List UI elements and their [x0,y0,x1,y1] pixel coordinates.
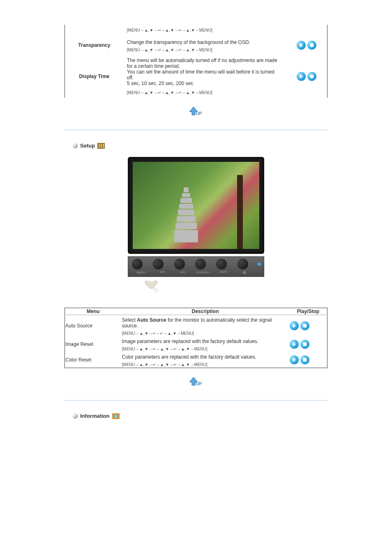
setup-table: Menu Description Play/Stop Auto Source S… [65,308,327,368]
monitor-screen [133,162,259,249]
play-icon[interactable] [290,355,299,364]
section-title: Setup [80,143,95,149]
panel-button-up[interactable] [174,258,185,270]
svg-text:UP: UP [196,111,202,116]
button-panel: MENU/⏎ ◄/▼ ▲/► SOURCE/⏎ AUTO ⏻ [128,256,264,277]
svg-text:UP: UP [196,382,202,386]
bullet-icon [73,143,78,148]
play-icon[interactable] [297,41,306,50]
stop-icon[interactable] [300,321,309,330]
row-desc-2: You can set the amount of time the menu … [127,69,283,81]
monitor-bezel [128,157,264,254]
menu-path: [MENU→▲,▼→↵→▲,▼→↵→▲,▼→MENU] [127,28,212,32]
col-menu: Menu [65,308,122,315]
stop-icon[interactable] [307,72,316,81]
row-label: Auto Source [65,315,122,337]
menu-path: [MENU→▲,▼→↵→▲,▼→↵→▲,▼→MENU] [122,362,208,367]
panel-button-source[interactable] [195,258,206,270]
panel-button-auto[interactable] [216,258,227,270]
play-icon[interactable] [290,321,299,330]
led-icon [258,263,261,265]
svg-rect-5 [103,144,104,148]
osd-table-top: [MENU→▲,▼→↵→▲,▼→↵→▲,▼→MENU] Transparency… [65,25,327,98]
up-icon[interactable]: UP [188,376,204,388]
col-playstop: Play/Stop [289,308,327,315]
divider [65,400,327,401]
row-desc-3: 5 sec, 10 sec, 20 sec, 200 sec [127,81,283,86]
row-desc: Color parameters are replaced with the f… [122,354,289,360]
menu-path: [MENU→▲,▼→↵→▲,▼→↵→▲,▼→MENU] [127,48,212,52]
bullet-icon [73,414,78,419]
monitor-illustration: MENU/⏎ ◄/▼ ▲/► SOURCE/⏎ AUTO ⏻ [128,157,264,295]
table-row-transparency: Transparency Change the transparency of … [65,35,327,55]
row-label: Color Reset [65,352,122,368]
section-header-information: Information i [40,413,352,419]
panel-button-menu[interactable] [131,258,143,270]
svg-rect-4 [101,144,102,148]
setup-icon [97,143,105,149]
table-row: [MENU→▲,▼→↵→▲,▼→↵→▲,▼→MENU] [65,25,327,35]
menu-path: [MENU→▲,▼→↵→↵→▲,▼→MENU] [122,331,194,336]
menu-path: [MENU→▲,▼→↵→▲,▼→↵→▲,▼→MENU] [127,90,212,95]
divider [65,130,327,130]
stop-icon[interactable] [307,41,316,50]
table-row-display-time: Display Time The menu will be automatica… [65,55,327,98]
stop-icon[interactable] [300,355,309,364]
svg-rect-3 [99,144,100,148]
row-label: Image Reset [65,336,122,352]
row-desc: Image parameters are replaced with the f… [122,339,289,344]
panel-label: AUTO [213,271,234,274]
row-desc: Select Auto Source for the monitor to au… [122,317,289,329]
menu-path: [MENU→▲,▼→↵→▲,▼→↵→▲,▼→MENU] [122,347,208,351]
hand-pointer-icon [144,279,161,294]
table-header-row: Menu Description Play/Stop [65,308,327,315]
panel-label: MENU/⏎ [131,271,152,274]
table-row-autosource: Auto Source Select Auto Source for the m… [65,315,327,337]
row-desc: Change the transparency of the backgroun… [127,39,283,45]
panel-label: ⏻ [234,271,254,274]
svg-text:i: i [115,415,116,418]
row-label: Transparency [65,35,124,55]
panel-label: SOURCE/⏎ [193,271,214,274]
play-icon[interactable] [297,72,306,81]
col-desc: Description [122,308,289,315]
stop-icon[interactable] [300,340,309,349]
row-label: Display Time [65,55,124,98]
row-desc-1: The menu will be automatically turned of… [127,58,283,69]
section-title: Information [80,413,110,419]
svg-line-7 [154,288,159,291]
section-header-setup: Setup [40,143,352,149]
panel-label: ◄/▼ [152,271,173,274]
up-icon[interactable]: UP [188,106,204,117]
table-row-imagereset: Image Reset Image parameters are replace… [65,336,327,352]
table-row-colorreset: Color Reset Color parameters are replace… [65,352,327,368]
play-icon[interactable] [290,340,299,349]
panel-button-down[interactable] [152,258,164,270]
panel-label: ▲/► [173,271,193,274]
panel-button-power[interactable] [237,258,249,270]
information-icon: i [112,413,120,419]
